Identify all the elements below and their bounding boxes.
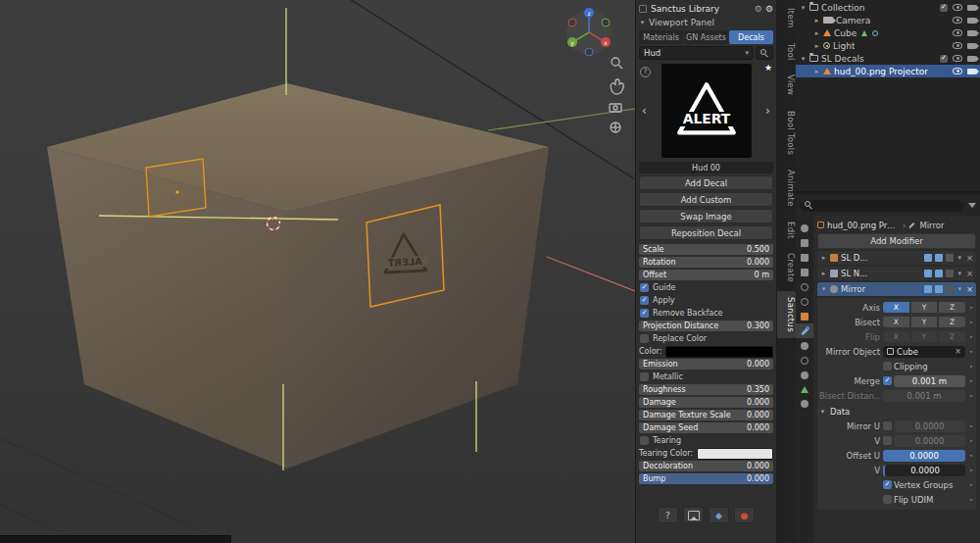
camera-visibility-icon[interactable] [967, 56, 976, 62]
tab-decals[interactable]: Decals [729, 30, 773, 44]
camera-visibility-icon[interactable] [967, 43, 976, 49]
physics-tab[interactable] [796, 353, 813, 368]
outliner-row-light[interactable]: ▸ Light [796, 39, 980, 52]
modifier-mirror-header[interactable]: ▾ Mirror ▾ × [817, 282, 976, 296]
projection-distance-slider[interactable]: Projection Distance 0.300 [639, 321, 773, 331]
outliner-row-cube[interactable]: ▸ Cube [796, 26, 980, 39]
exclude-checkbox[interactable]: ✓ [940, 4, 948, 12]
favorite-star-icon[interactable]: ★ [764, 63, 772, 73]
roughness-slider[interactable]: Roughness 0.350 [639, 384, 773, 395]
add-modifier-button[interactable]: Add Modifier [817, 233, 976, 249]
replace-color-checkbox[interactable]: Replace Color [639, 333, 773, 344]
object-data-tab[interactable] [796, 382, 813, 396]
axis-y-toggle[interactable]: Y [911, 302, 938, 313]
particles-tab[interactable] [796, 338, 813, 353]
modifier-extras-icon[interactable]: ▾ [956, 254, 963, 262]
realtime-toggle-icon[interactable] [935, 254, 943, 262]
rotation-slider[interactable]: Rotation 0.000 [639, 257, 773, 268]
damage-texture-scale-slider[interactable]: Damage Texture Scale 0.000 [639, 410, 773, 420]
expand-icon[interactable]: ▸ [820, 254, 827, 262]
material-tab[interactable] [796, 396, 813, 411]
breadcrumb-modifier[interactable]: Mirror [919, 221, 944, 230]
animate-dot[interactable]: • [968, 437, 974, 444]
bisect-y-toggle[interactable]: Y [911, 317, 938, 327]
tool-tab[interactable] [796, 221, 813, 235]
decoloration-slider[interactable]: Decoloration 0.000 [639, 461, 773, 471]
mirror-v-checkbox[interactable] [883, 436, 892, 445]
render-toggle-icon[interactable] [946, 285, 954, 293]
object-tab[interactable] [796, 309, 813, 323]
view-layer-tab[interactable] [796, 265, 813, 279]
tab-item[interactable]: Item [777, 2, 796, 34]
viewport-panel-toggle[interactable]: ▾ Viewport Panel [639, 17, 773, 28]
bisect-x-toggle[interactable]: X [883, 317, 909, 327]
decal-projector-left[interactable] [146, 159, 206, 217]
tab-materials[interactable]: Materials [639, 30, 683, 44]
damage-seed-slider[interactable]: Damage Seed 0.000 [639, 422, 773, 433]
animate-dot[interactable]: • [968, 348, 974, 355]
camera-visibility-icon[interactable] [967, 69, 976, 74]
add-decal-button[interactable]: Add Decal [639, 175, 773, 190]
remove-backface-checkbox[interactable]: ✓ Remove Backface [639, 308, 773, 319]
animate-dot[interactable]: • [968, 496, 974, 503]
merge-checkbox[interactable]: ✓ [883, 376, 892, 385]
bump-slider[interactable]: Bump 0.000 [639, 473, 773, 484]
next-decal-button[interactable]: › [762, 104, 773, 118]
gizmo-x-neg[interactable] [568, 19, 576, 26]
collapse-icon[interactable]: ▾ [800, 55, 807, 63]
eye-icon[interactable] [953, 4, 962, 11]
checkbox-icon[interactable] [640, 372, 649, 381]
merge-value-field[interactable]: 0.001 m [894, 375, 965, 387]
close-icon[interactable]: × [966, 284, 973, 294]
tab-edit[interactable]: Edit [777, 216, 796, 245]
checkbox-icon[interactable] [883, 362, 892, 370]
expand-icon[interactable]: ▸ [813, 68, 820, 75]
timeline-editor-sliver[interactable] [0, 535, 231, 543]
breadcrumb-object[interactable]: hud_00.png Proje... [827, 221, 900, 230]
animate-dot[interactable]: • [968, 452, 974, 459]
checkbox-icon[interactable]: ✓ [883, 480, 892, 489]
apply-checkbox[interactable]: ✓ Apply [639, 295, 773, 306]
animate-dot[interactable]: • [968, 422, 974, 429]
image-library-button[interactable] [683, 507, 704, 523]
collapse-icon[interactable]: ▾ [800, 4, 807, 12]
scene-tab[interactable] [796, 279, 813, 294]
flip-z-toggle[interactable]: Z [939, 331, 965, 342]
close-icon[interactable]: × [966, 253, 973, 263]
eye-icon[interactable] [953, 68, 962, 74]
mirror-v-field[interactable]: 0.0000 [894, 435, 965, 447]
animate-dot[interactable]: • [968, 363, 974, 370]
eye-icon[interactable] [953, 42, 962, 49]
render-tab[interactable] [796, 235, 813, 250]
tearing-color-swatch[interactable] [697, 448, 773, 460]
color-swatch[interactable] [665, 346, 773, 358]
edit-mode-toggle-icon[interactable] [924, 270, 932, 277]
checkbox-icon[interactable] [883, 495, 892, 504]
clipping-checkbox-row[interactable]: Clipping [883, 362, 965, 371]
tab-gn-assets[interactable]: GN Assets [684, 30, 728, 44]
guide-checkbox[interactable]: ✓ Guide [639, 282, 773, 293]
eye-icon[interactable] [953, 17, 962, 24]
tab-bool-tools[interactable]: Bool Tools [777, 105, 796, 161]
realtime-toggle-icon[interactable] [935, 270, 943, 277]
record-button[interactable]: ● [734, 507, 755, 523]
expand-icon[interactable]: ▸ [820, 270, 827, 277]
edit-mode-toggle-icon[interactable] [924, 285, 932, 293]
eye-icon[interactable] [953, 55, 962, 62]
flip-y-toggle[interactable]: Y [911, 331, 938, 342]
tab-animate[interactable]: Animate [777, 164, 796, 213]
mirror-u-field[interactable]: 0.0000 [894, 420, 965, 432]
constraints-tab[interactable] [796, 368, 813, 382]
offset-u-field[interactable]: 0.0000 [883, 450, 965, 462]
modifier-sl-decal-header[interactable]: ▸ SL D... ▾ × [817, 251, 976, 265]
gizmo-z-neg[interactable] [585, 48, 593, 56]
animate-dot[interactable]: • [968, 467, 974, 473]
expand-icon[interactable]: ▸ [813, 29, 820, 37]
camera-visibility-icon[interactable] [967, 30, 976, 36]
tab-create[interactable]: Create [777, 247, 796, 288]
swap-image-button[interactable]: Swap Image [639, 209, 773, 223]
collapse-icon[interactable]: ▾ [820, 285, 827, 293]
checkbox-icon[interactable] [640, 436, 649, 445]
animate-dot[interactable]: • [968, 392, 974, 399]
help-button[interactable]: ? [658, 507, 678, 523]
